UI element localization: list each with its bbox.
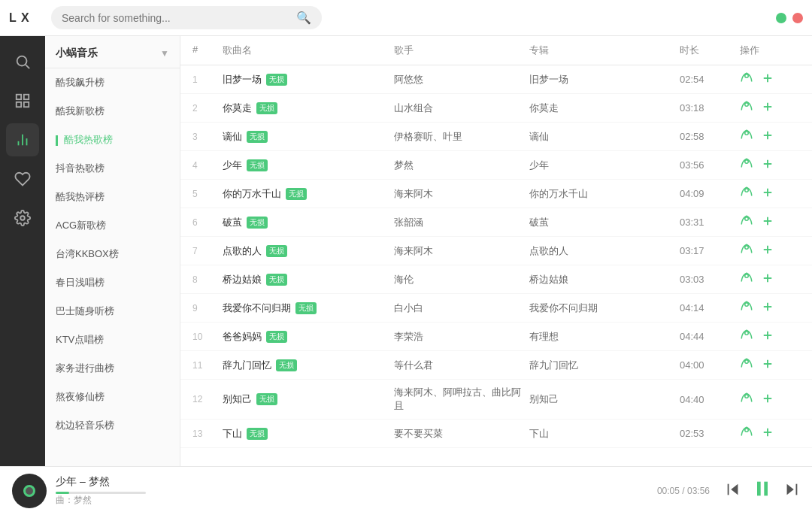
table-row[interactable]: 4 少年 无损 梦然 少年 03:56 [180, 151, 812, 180]
svg-point-13 [745, 103, 749, 107]
add-song-icon[interactable] [761, 100, 774, 116]
play-song-icon[interactable] [740, 300, 753, 316]
play-song-icon[interactable] [740, 426, 753, 441]
play-song-icon[interactable] [740, 243, 753, 259]
playlist-header-label: 小蜗音乐 [56, 47, 98, 60]
song-duration: 02:58 [680, 131, 740, 142]
song-duration: 03:31 [680, 217, 740, 228]
play-song-icon[interactable] [740, 357, 753, 373]
song-name-text: 你的万水千山 [223, 187, 281, 201]
player-disc-inner [23, 485, 35, 497]
sidebar-icon-search[interactable] [6, 45, 39, 78]
song-name-text: 辞九门回忆 [223, 359, 271, 372]
play-song-icon[interactable] [740, 186, 753, 201]
search-input[interactable] [62, 12, 296, 24]
song-duration: 04:00 [680, 359, 740, 371]
svg-point-19 [745, 160, 749, 164]
playlist-item-5[interactable]: ACG新歌榜 [45, 211, 180, 240]
sidebar-icon-chart[interactable] [6, 123, 39, 156]
add-song-icon[interactable] [761, 300, 774, 316]
song-artist: 海来阿木 [394, 187, 529, 201]
play-song-icon[interactable] [740, 100, 753, 116]
add-song-icon[interactable] [761, 186, 774, 201]
play-song-icon[interactable] [740, 214, 753, 230]
table-row[interactable]: 12 别知己 无损 海来阿木、阿呷拉古、曲比阿且 别知己 04:40 [180, 380, 812, 420]
add-song-icon[interactable] [761, 71, 774, 87]
song-duration: 02:53 [680, 428, 740, 439]
svg-point-28 [745, 246, 749, 250]
search-icon[interactable]: 🔍 [296, 11, 311, 25]
playlist-item-6[interactable]: 台湾KKBOX榜 [45, 240, 180, 268]
table-row[interactable]: 8 桥边姑娘 无损 海伦 桥边姑娘 03:03 [180, 265, 812, 294]
play-song-icon[interactable] [740, 129, 753, 144]
song-album: 少年 [529, 159, 680, 172]
progress-bar[interactable] [56, 492, 146, 494]
next-button[interactable] [783, 481, 800, 501]
svg-point-40 [745, 360, 749, 364]
add-song-icon[interactable] [761, 357, 774, 373]
song-name-text: 谪仙 [223, 130, 242, 144]
table-row[interactable]: 11 辞九门回忆 无损 等什么君 辞九门回忆 04:00 [180, 351, 812, 380]
table-row[interactable]: 6 破茧 无损 张韶涵 破茧 03:31 [180, 208, 812, 237]
play-song-icon[interactable] [740, 392, 753, 407]
song-title: 别知己 无损 [223, 392, 394, 406]
playlist-item-11[interactable]: 熬夜修仙榜 [45, 383, 180, 411]
song-artist: 张韶涵 [394, 216, 529, 229]
svg-rect-52 [764, 482, 768, 496]
table-row[interactable]: 7 点歌的人 无损 海来阿木 点歌的人 03:17 [180, 237, 812, 265]
prev-button[interactable] [725, 481, 741, 501]
player: 少年 – 梦然 曲：梦然 00:05 / 03:56 [0, 466, 812, 515]
song-num: 5 [192, 189, 223, 199]
play-pause-button[interactable] [752, 478, 773, 504]
playlist-item-7[interactable]: 春日浅唱榜 [45, 268, 180, 297]
table-row[interactable]: 3 谪仙 无损 伊格赛听、叶里 谪仙 02:58 [180, 123, 812, 151]
playlist-item-3[interactable]: 抖音热歌榜 [45, 154, 180, 183]
song-title: 爸爸妈妈 无损 [223, 330, 394, 344]
sidebar-icon-playlist[interactable] [6, 84, 39, 117]
lossless-badge: 无损 [295, 302, 317, 314]
add-song-icon[interactable] [761, 157, 774, 173]
sidebar-icon-heart[interactable] [6, 162, 39, 195]
playlist-item-10[interactable]: 家务进行曲榜 [45, 354, 180, 383]
song-num: 1 [192, 74, 223, 85]
table-row[interactable]: 13 下山 无损 要不要买菜 下山 02:53 [180, 420, 812, 448]
table-row[interactable]: 9 我爱你不问归期 无损 白小白 我爱你不问归期 04:14 [180, 294, 812, 323]
playlist-item-9[interactable]: KTV点唱榜 [45, 326, 180, 354]
add-song-icon[interactable] [761, 392, 774, 407]
add-song-icon[interactable] [761, 129, 774, 144]
playlist-item-2[interactable]: 酷我热歌榜 [45, 126, 180, 154]
sidebar-icon-settings[interactable] [6, 201, 39, 235]
add-song-icon[interactable] [761, 426, 774, 441]
table-row[interactable]: 5 你的万水千山 无损 海来阿木 你的万水千山 04:09 [180, 180, 812, 208]
playlist-header-arrow[interactable]: ▼ [160, 48, 169, 59]
col-album: 专辑 [529, 44, 680, 57]
add-song-icon[interactable] [761, 214, 774, 230]
song-num: 12 [192, 394, 223, 404]
svg-point-25 [745, 217, 749, 221]
play-song-icon[interactable] [740, 271, 753, 287]
playlist-item-0[interactable]: 酷我飙升榜 [45, 68, 180, 97]
playlist-item-12[interactable]: 枕边轻音乐榜 [45, 411, 180, 440]
player-time-current: 00:05 [657, 486, 680, 496]
song-artist: 海伦 [394, 273, 529, 286]
playlist-item-1[interactable]: 酷我新歌榜 [45, 97, 180, 126]
add-song-icon[interactable] [761, 243, 774, 259]
add-song-icon[interactable] [761, 329, 774, 344]
play-song-icon[interactable] [740, 329, 753, 344]
table-row[interactable]: 2 你莫走 无损 山水组合 你莫走 03:18 [180, 94, 812, 123]
add-song-icon[interactable] [761, 271, 774, 287]
play-song-icon[interactable] [740, 71, 753, 87]
topbar-right [776, 13, 803, 23]
song-num: 3 [192, 132, 223, 142]
dot-red[interactable] [792, 13, 803, 23]
dot-green[interactable] [776, 13, 786, 23]
lossless-badge: 无损 [247, 428, 268, 440]
table-row[interactable]: 10 爸爸妈妈 无损 李荣浩 有理想 04:44 [180, 323, 812, 351]
svg-rect-2 [17, 95, 21, 99]
table-row[interactable]: 1 旧梦一场 无损 阿悠悠 旧梦一场 02:54 [180, 65, 812, 94]
playlist-item-4[interactable]: 酷我热评榜 [45, 183, 180, 211]
song-name-text: 少年 [223, 159, 242, 172]
song-title: 旧梦一场 无损 [223, 73, 394, 86]
playlist-item-8[interactable]: 巴士随身听榜 [45, 297, 180, 326]
play-song-icon[interactable] [740, 157, 753, 173]
